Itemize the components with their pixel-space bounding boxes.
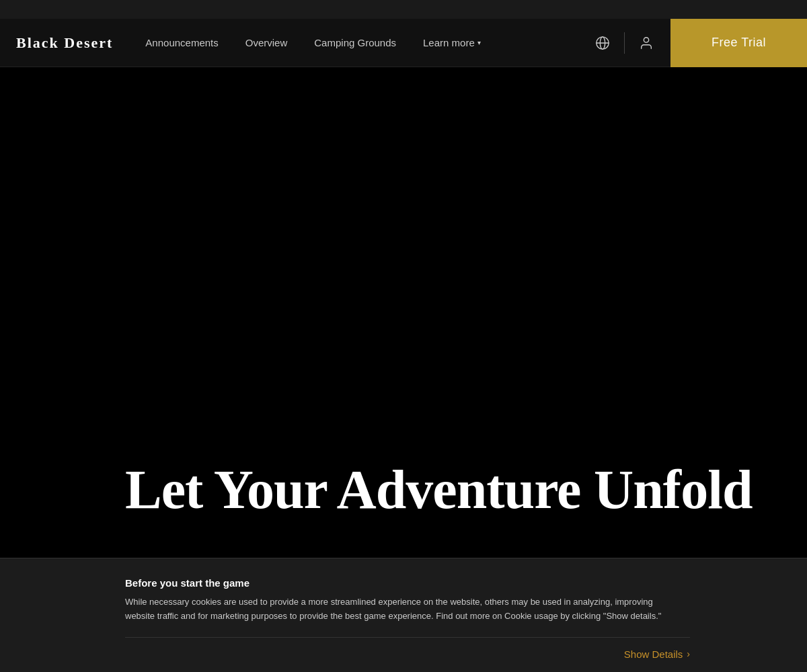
nav-link-camping-grounds[interactable]: Camping Grounds <box>314 37 396 48</box>
navbar-icons <box>578 32 670 54</box>
free-trial-button[interactable]: Free Trial <box>670 19 807 67</box>
globe-icon <box>595 36 610 50</box>
navbar-left: Black Desert Announcements Overview Camp… <box>16 34 481 52</box>
nav-link-announcements-label: Announcements <box>145 37 218 48</box>
navbar-right: Free Trial <box>578 19 807 67</box>
nav-link-learn-more[interactable]: Learn more ▾ <box>423 37 481 48</box>
logo[interactable]: Black Desert <box>16 34 113 52</box>
chevron-right-icon: › <box>687 648 690 659</box>
show-details-row: Show Details › <box>125 648 690 660</box>
cookie-title: Before you start the game <box>125 577 682 589</box>
hero-title: Let Your Adventure Unfold <box>125 462 753 517</box>
nav-link-announcements[interactable]: Announcements <box>145 37 218 48</box>
nav-link-learn-more-label: Learn more <box>423 37 475 48</box>
cookie-description: While necessary cookies are used to prov… <box>125 595 682 624</box>
user-icon-button[interactable] <box>636 32 657 54</box>
nav-link-overview-label: Overview <box>245 37 288 48</box>
navbar: Black Desert Announcements Overview Camp… <box>0 19 807 67</box>
top-bar <box>0 0 807 19</box>
cookie-banner: Before you start the game While necessar… <box>0 558 807 672</box>
globe-icon-button[interactable] <box>592 32 613 54</box>
show-details-label: Show Details <box>624 648 683 660</box>
nav-link-overview[interactable]: Overview <box>245 37 288 48</box>
nav-links: Announcements Overview Camping Grounds L… <box>145 37 480 48</box>
hero-section: Let Your Adventure Unfold <box>0 67 807 558</box>
cookie-divider <box>125 637 690 638</box>
nav-divider <box>624 32 625 54</box>
show-details-button[interactable]: Show Details › <box>624 648 690 660</box>
user-icon <box>639 36 654 50</box>
learn-more-arrow-icon: ▾ <box>477 39 481 46</box>
svg-point-3 <box>644 37 648 42</box>
nav-link-camping-grounds-label: Camping Grounds <box>314 37 396 48</box>
